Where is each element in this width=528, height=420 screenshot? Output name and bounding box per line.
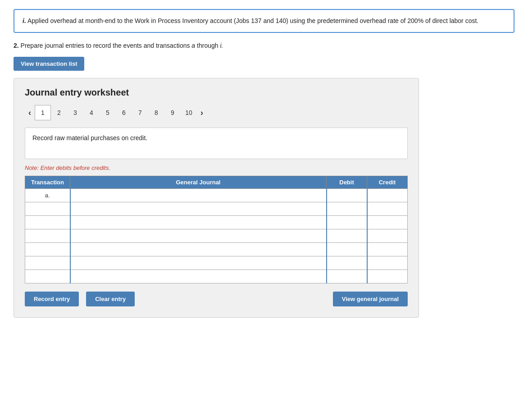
credit-input-4[interactable] — [367, 229, 408, 243]
credit-field-6[interactable] — [371, 260, 404, 266]
table-row — [25, 256, 408, 270]
description-text: Record raw material purchases on credit. — [32, 134, 147, 142]
prev-tab-button[interactable]: ‹ — [25, 106, 35, 119]
credit-field-2[interactable] — [371, 205, 404, 212]
debit-field-7[interactable] — [331, 273, 363, 280]
worksheet-title: Journal entry worksheet — [25, 87, 408, 98]
credit-input-5[interactable] — [367, 243, 408, 256]
tab-8[interactable]: 8 — [148, 105, 164, 120]
journal-text-field-7[interactable] — [74, 273, 323, 280]
journal-entry-worksheet: Journal entry worksheet ‹ 1 2 3 4 5 6 7 … — [14, 78, 419, 318]
bottom-button-group: Record entry Clear entry View general jo… — [25, 292, 408, 306]
transaction-cell-5 — [25, 243, 70, 256]
table-row — [25, 270, 408, 283]
general-journal-input-1[interactable] — [70, 189, 327, 202]
transaction-cell-2 — [25, 202, 70, 216]
debit-input-6[interactable] — [327, 256, 367, 270]
table-row — [25, 243, 408, 256]
credit-field-1[interactable] — [371, 192, 404, 199]
question-text: Prepare journal entries to record the ev… — [21, 42, 223, 49]
record-entry-button[interactable]: Record entry — [25, 292, 79, 306]
tab-9[interactable]: 9 — [164, 105, 181, 120]
header-credit: Credit — [367, 176, 408, 189]
debit-field-2[interactable] — [331, 205, 363, 212]
table-row — [25, 229, 408, 243]
general-journal-input-6[interactable] — [70, 256, 327, 270]
tab-6[interactable]: 6 — [116, 105, 132, 120]
general-journal-input-7[interactable] — [70, 270, 327, 283]
instruction-box: i. Applied overhead at month-end to the … — [14, 9, 514, 33]
transaction-cell-3 — [25, 216, 70, 229]
general-journal-input-4[interactable] — [70, 229, 327, 243]
general-journal-input-5[interactable] — [70, 243, 327, 256]
tab-7[interactable]: 7 — [132, 105, 148, 120]
debit-field-4[interactable] — [331, 233, 363, 239]
tab-1[interactable]: 1 — [35, 105, 51, 120]
header-debit: Debit — [327, 176, 367, 189]
credit-input-6[interactable] — [367, 256, 408, 270]
table-row — [25, 202, 408, 216]
header-transaction: Transaction — [25, 176, 70, 189]
credit-field-4[interactable] — [371, 233, 404, 239]
general-journal-input-3[interactable] — [70, 216, 327, 229]
journal-text-field-1[interactable] — [74, 192, 323, 199]
debit-field-6[interactable] — [331, 260, 363, 266]
tab-10[interactable]: 10 — [181, 105, 197, 120]
tab-3[interactable]: 3 — [67, 105, 83, 120]
credit-field-7[interactable] — [371, 273, 404, 280]
table-row — [25, 216, 408, 229]
instruction-text: Applied overhead at month-end to the Wor… — [27, 17, 478, 24]
credit-field-3[interactable] — [371, 219, 404, 226]
view-transaction-list-button[interactable]: View transaction list — [14, 57, 84, 71]
debit-input-2[interactable] — [327, 202, 367, 216]
credit-input-7[interactable] — [367, 270, 408, 283]
view-general-journal-button[interactable]: View general journal — [333, 292, 408, 306]
transaction-cell-1: a. — [25, 189, 70, 202]
credit-input-3[interactable] — [367, 216, 408, 229]
question-number: 2. — [14, 42, 19, 49]
tab-5[interactable]: 5 — [100, 105, 116, 120]
transaction-cell-6 — [25, 256, 70, 270]
transaction-cell-4 — [25, 229, 70, 243]
transaction-description: Record raw material purchases on credit. — [25, 128, 408, 159]
tab-navigation: ‹ 1 2 3 4 5 6 7 8 9 10 › — [25, 105, 408, 120]
entry-note: Note: Enter debits before credits. — [25, 164, 408, 171]
debit-input-7[interactable] — [327, 270, 367, 283]
journal-text-field-5[interactable] — [74, 246, 323, 253]
debit-field-1[interactable] — [331, 192, 363, 199]
credit-input-2[interactable] — [367, 202, 408, 216]
credit-input-1[interactable] — [367, 189, 408, 202]
header-general-journal: General Journal — [70, 176, 327, 189]
tab-4[interactable]: 4 — [83, 105, 100, 120]
table-row: a. — [25, 189, 408, 202]
journal-text-field-3[interactable] — [74, 219, 323, 226]
debit-input-4[interactable] — [327, 229, 367, 243]
debit-field-5[interactable] — [331, 246, 363, 253]
clear-entry-button[interactable]: Clear entry — [86, 292, 135, 306]
debit-input-1[interactable] — [327, 189, 367, 202]
journal-text-field-4[interactable] — [74, 233, 323, 239]
debit-input-5[interactable] — [327, 243, 367, 256]
transaction-cell-7 — [25, 270, 70, 283]
question-2-label: 2. Prepare journal entries to record the… — [14, 41, 514, 50]
general-journal-input-2[interactable] — [70, 202, 327, 216]
credit-field-5[interactable] — [371, 246, 404, 253]
journal-text-field-2[interactable] — [74, 205, 323, 212]
next-tab-button[interactable]: › — [197, 106, 207, 119]
journal-text-field-6[interactable] — [74, 260, 323, 266]
instruction-label: i. — [23, 17, 26, 24]
debit-field-3[interactable] — [331, 219, 363, 226]
tab-2[interactable]: 2 — [51, 105, 67, 120]
debit-input-3[interactable] — [327, 216, 367, 229]
journal-entry-table: Transaction General Journal Debit Credit… — [25, 176, 408, 283]
